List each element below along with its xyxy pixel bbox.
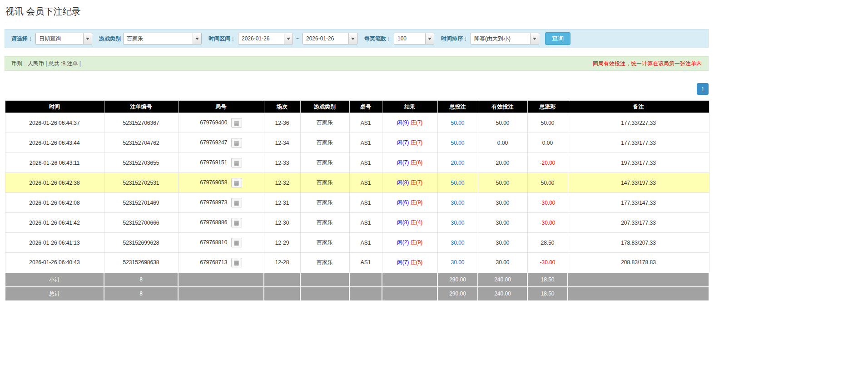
date-from-input[interactable] — [238, 33, 284, 44]
per-page-input[interactable] — [394, 33, 425, 44]
roadmap-icon: ▦ — [234, 260, 239, 266]
cell-game: 百家乐 — [300, 173, 349, 193]
cell-result: 闲(7) 庄(5) — [382, 253, 437, 273]
total-bet-link[interactable]: 30.00 — [451, 240, 464, 246]
cell-table: AS1 — [349, 173, 382, 193]
cell-session: 12-29 — [264, 233, 300, 253]
table-row: 2026-01-26 06:44:37523152706367679769400… — [5, 113, 709, 133]
cell-bet-id: 523152703655 — [104, 153, 178, 173]
footer-cell: 8 — [104, 273, 178, 287]
query-type-input[interactable] — [36, 33, 83, 44]
footer-cell: 240.00 — [478, 287, 527, 301]
result-banker: 庄(9) — [411, 239, 423, 246]
column-header: 结果 — [382, 101, 437, 113]
total-bet-link[interactable]: 20.00 — [451, 160, 464, 166]
result-banker: 庄(7) — [411, 179, 423, 186]
cell-bet-id: 523152704762 — [104, 133, 178, 153]
cell-result: 闲(8) 庄(7) — [382, 173, 437, 193]
roadmap-button[interactable]: ▦ — [231, 178, 242, 187]
cell-payout: 50.00 — [527, 113, 568, 133]
cell-note: 177.33/177.33 — [568, 133, 709, 153]
table-row: 2026-01-26 06:42:08523152701469679768973… — [5, 193, 709, 213]
cell-payout: 0.00 — [527, 133, 568, 153]
roadmap-button[interactable]: ▦ — [231, 238, 242, 247]
column-header: 注单编号 — [104, 101, 178, 113]
cell-session: 12-30 — [264, 213, 300, 233]
cell-note: 208.83/178.83 — [568, 253, 709, 273]
total-bet-link[interactable]: 50.00 — [451, 120, 464, 126]
cell-time: 2026-01-26 06:41:42 — [5, 213, 104, 233]
game-type-input[interactable] — [124, 33, 193, 44]
total-bet-link[interactable]: 30.00 — [451, 200, 464, 206]
cell-total-bet: 50.00 — [437, 113, 478, 133]
result-banker: 庄(9) — [411, 199, 423, 206]
cell-note: 177.33/147.33 — [568, 193, 709, 213]
footer-cell: 18.50 — [527, 287, 568, 301]
footer-cell — [178, 287, 264, 301]
cell-session: 12-32 — [264, 173, 300, 193]
column-header: 场次 — [264, 101, 300, 113]
result-player: 闲(7) — [397, 159, 409, 166]
date-to-dropdown-button[interactable] — [348, 33, 357, 44]
roadmap-button[interactable]: ▦ — [231, 218, 242, 227]
cell-note: 147.33/197.33 — [568, 173, 709, 193]
cell-game: 百家乐 — [300, 253, 349, 273]
column-header: 游戏类别 — [300, 101, 349, 113]
footer-cell: 240.00 — [478, 273, 527, 287]
page-1-button[interactable]: 1 — [697, 83, 709, 95]
cell-time: 2026-01-26 06:40:43 — [5, 253, 104, 273]
column-header: 总投注 — [437, 101, 478, 113]
result-player: 闲(9) — [397, 119, 409, 126]
roadmap-button[interactable]: ▦ — [231, 118, 242, 128]
footer-cell: 18.50 — [527, 273, 568, 287]
time-sort-label: 时间排序： — [441, 35, 468, 43]
roadmap-button[interactable]: ▦ — [231, 258, 242, 267]
cell-table: AS1 — [349, 253, 382, 273]
cell-round: 679768713 ▦ — [178, 253, 264, 273]
result-player: 闲(7) — [397, 139, 409, 146]
roadmap-icon: ▦ — [234, 160, 239, 166]
total-bet-link[interactable]: 30.00 — [451, 259, 464, 266]
cell-table: AS1 — [349, 193, 382, 213]
cell-total-bet: 20.00 — [437, 153, 478, 173]
cell-time: 2026-01-26 06:43:11 — [5, 153, 104, 173]
cell-table: AS1 — [349, 133, 382, 153]
column-header: 局号 — [178, 101, 264, 113]
cell-round: 679769151 ▦ — [178, 153, 264, 173]
total-bet-link[interactable]: 50.00 — [451, 140, 464, 146]
roadmap-button[interactable]: ▦ — [231, 138, 242, 148]
cell-total-bet: 30.00 — [437, 233, 478, 253]
cell-time: 2026-01-26 06:42:08 — [5, 193, 104, 213]
query-type-dropdown-button[interactable] — [83, 33, 92, 44]
cell-valid-bet: 30.00 — [478, 193, 527, 213]
per-page-dropdown-button[interactable] — [425, 33, 434, 44]
footer-cell — [178, 273, 264, 287]
summary-bar: 币别：人民币 | 总共 :8 注单 | 同局有效投注，统一计算在该局第一张注单内 — [5, 56, 709, 71]
cell-payout: -20.00 — [527, 153, 568, 173]
total-row: 总计8290.00240.0018.50 — [5, 287, 709, 301]
cell-game: 百家乐 — [300, 213, 349, 233]
result-banker: 庄(7) — [411, 119, 423, 126]
date-from-combo — [238, 33, 293, 44]
cell-valid-bet: 0.00 — [478, 133, 527, 153]
result-banker: 庄(6) — [411, 159, 423, 166]
roadmap-button[interactable]: ▦ — [231, 158, 242, 167]
table-row: 2026-01-26 06:41:13523152699628679768810… — [5, 233, 709, 253]
date-to-input[interactable] — [303, 33, 348, 44]
cell-payout: -30.00 — [527, 213, 568, 233]
page-title: 视讯 会员下注纪录 — [5, 5, 709, 23]
game-type-dropdown-button[interactable] — [193, 33, 201, 44]
date-from-dropdown-button[interactable] — [284, 33, 293, 44]
result-player: 闲(7) — [397, 259, 409, 266]
result-banker: 庄(5) — [411, 259, 423, 266]
footer-cell: 总计 — [5, 287, 104, 301]
footer-cell — [349, 273, 382, 287]
time-sort-input[interactable] — [471, 33, 530, 44]
search-button[interactable]: 查询 — [545, 32, 570, 45]
column-header: 桌号 — [349, 101, 382, 113]
total-bet-link[interactable]: 30.00 — [451, 220, 464, 226]
total-bet-link[interactable]: 50.00 — [451, 180, 464, 186]
time-sort-dropdown-button[interactable] — [530, 33, 539, 44]
roadmap-button[interactable]: ▦ — [231, 198, 242, 207]
footer-cell: 8 — [104, 287, 178, 301]
